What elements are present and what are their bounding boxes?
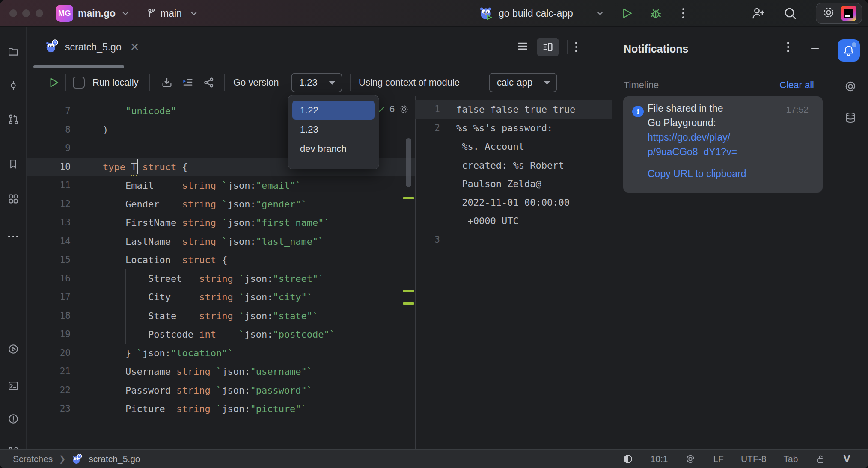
notification-card[interactable]: i File shared in the Go Playground: http… (623, 96, 823, 193)
run-configuration-selector[interactable]: go build calc-app (499, 0, 573, 27)
code-line[interactable]: 20 } `json:"location"` (27, 344, 415, 363)
output-row[interactable]: 2%s %s's password: (415, 119, 612, 138)
more-tool-windows-icon[interactable] (7, 231, 19, 243)
ai-assistant-icon[interactable] (844, 80, 857, 95)
output-row[interactable]: 1false false true true (415, 100, 612, 119)
project-folder-icon[interactable] (7, 46, 19, 58)
code-line[interactable]: 17 City string `json:"city"` (27, 288, 415, 307)
breadcrumb-scratches[interactable]: Scratches (13, 454, 53, 464)
error-stripe-mark[interactable] (403, 302, 414, 305)
run-tool-window-icon[interactable] (7, 343, 19, 355)
line-number: 16 (27, 270, 71, 288)
single-view-icon[interactable] (516, 40, 529, 54)
add-user-icon[interactable] (750, 6, 765, 21)
lock-icon[interactable] (815, 453, 826, 465)
code-line[interactable]: 19 Postcode int `json:"postcode"` (27, 325, 415, 344)
output-row[interactable]: 3 (415, 231, 612, 249)
commit-icon[interactable] (7, 80, 19, 92)
traffic-light-zoom[interactable] (36, 9, 43, 17)
output-rows[interactable]: 1false false true true2%s %s's password:… (415, 100, 612, 249)
notifications-bell-button[interactable] (838, 39, 860, 62)
scratch-file-icon (71, 453, 83, 465)
code-line[interactable]: 23 Picture string `json:"picture"` (27, 400, 415, 418)
code-line[interactable]: 21 Username string `json:"username"` (27, 362, 415, 381)
error-stripe-mark[interactable] (403, 290, 414, 292)
code-line[interactable]: 18 State string `json:"state"` (27, 307, 415, 326)
share-icon[interactable] (202, 76, 215, 89)
output-line-number (415, 175, 440, 193)
file-encoding[interactable]: UTF-8 (741, 454, 767, 464)
line-number: 18 (27, 307, 71, 326)
notifications-menu-icon[interactable] (787, 42, 789, 52)
breadcrumb-file[interactable]: scratch_5.go (89, 454, 140, 464)
run-button[interactable] (620, 6, 633, 20)
minimize-panel-icon[interactable] (809, 42, 821, 55)
line-number: 7 (27, 102, 71, 121)
run-locally-checkbox[interactable] (73, 77, 85, 89)
traffic-light-minimize[interactable] (22, 9, 30, 17)
editor-options-icon[interactable] (575, 42, 577, 52)
code-line[interactable]: 16 Street string `json:"street"` (27, 270, 415, 288)
code-line[interactable]: 22 Password string `json:"password"` (27, 381, 415, 400)
pull-requests-icon[interactable] (7, 113, 19, 125)
line-number: 17 (27, 288, 71, 307)
ideavim-badge[interactable]: V (843, 453, 850, 465)
structure-icon[interactable] (7, 193, 19, 205)
database-icon[interactable] (844, 111, 857, 126)
branch-selector[interactable]: main (161, 0, 182, 27)
indent-style[interactable]: Tab (783, 454, 798, 464)
inspection-settings-gear-icon (398, 104, 410, 115)
popup-item-1.23[interactable]: 1.23 (292, 120, 375, 139)
code-line[interactable]: 15 Location struct { (27, 251, 415, 270)
inspection-count: 6 (389, 104, 395, 115)
line-number: 8 (27, 121, 71, 139)
settings-gear-icon[interactable] (821, 5, 836, 21)
inspections-widget[interactable]: 6 (376, 104, 410, 115)
output-line-number (415, 193, 440, 212)
go-version-popup: 1.221.23dev branch (288, 95, 379, 169)
copy-url-link[interactable]: Copy URL to clipboard (648, 166, 746, 181)
search-icon[interactable] (782, 6, 798, 21)
code-line[interactable]: 13 FirstName string `json:"first_name"` (27, 213, 415, 232)
debug-button[interactable] (649, 6, 663, 20)
popup-item-1.22[interactable]: 1.22 (292, 101, 375, 120)
caret-position[interactable]: 10:1 (651, 454, 668, 464)
clear-all-link[interactable]: Clear all (779, 80, 814, 91)
output-gutter-separator (453, 96, 453, 434)
project-selector[interactable]: main.go (78, 0, 116, 27)
tab-close-icon[interactable]: ✕ (130, 41, 140, 53)
import-icon[interactable] (161, 76, 173, 89)
code-line[interactable]: 12 Gender string `json:"gender"` (27, 195, 415, 214)
module-dropdown[interactable]: calc-app (489, 73, 557, 92)
more-options-icon[interactable] (682, 8, 684, 18)
terminal-icon[interactable] (7, 380, 19, 392)
output-row[interactable]: +0000 UTC (415, 212, 612, 231)
popup-item-dev-branch[interactable]: dev branch (292, 139, 375, 158)
line-number: 13 (27, 213, 71, 232)
output-row[interactable]: %s. Account (415, 137, 612, 156)
project-badge[interactable]: MG (56, 5, 73, 22)
tab-scratch-5-go[interactable]: scratch_5.go ✕ (40, 27, 144, 68)
contrast-icon[interactable] (622, 453, 633, 465)
traffic-light-close[interactable] (9, 9, 17, 17)
code-line[interactable]: 11 Email string `json:"email"` (27, 176, 415, 195)
line-number: 14 (27, 232, 71, 251)
editor-scrollbar-thumb[interactable] (406, 138, 411, 187)
problems-icon[interactable] (7, 413, 19, 425)
output-row[interactable]: created: %s Robert (415, 156, 612, 175)
output-row[interactable]: 2022-11-01 00:00:00 (415, 193, 612, 212)
line-number: 19 (27, 325, 71, 344)
error-stripe-mark[interactable] (403, 197, 414, 199)
split-preview-toggle[interactable] (537, 38, 559, 56)
line-separator[interactable]: LF (713, 454, 724, 464)
code-line[interactable]: 14 LastName string `json:"last_name"` (27, 232, 415, 251)
go-version-dropdown[interactable]: 1.23 (291, 73, 342, 92)
bookmarks-icon[interactable] (7, 158, 19, 170)
output-row[interactable]: Paulson Zelda@ (415, 175, 612, 193)
ai-status-icon[interactable] (685, 453, 696, 465)
jetbrains-plugin-icon[interactable] (841, 6, 856, 21)
run-scratch-button[interactable] (47, 76, 60, 89)
line-number: 10 (27, 158, 71, 177)
playground-link[interactable]: https://go.dev/play/ p/9uaCGo8_dY1?v= (648, 130, 737, 159)
scroll-to-caret-icon[interactable] (181, 76, 194, 89)
